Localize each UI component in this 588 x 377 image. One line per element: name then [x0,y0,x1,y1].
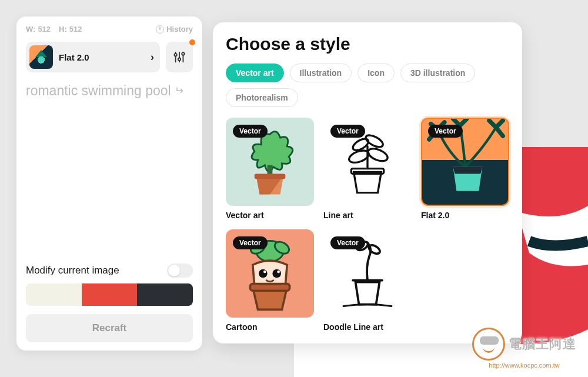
style-filter-tabs: Vector art Illustration Icon 3D illustra… [226,64,509,107]
style-selector[interactable]: Flat 2.0 › [26,42,160,72]
watermark-url: http://www.kocpc.com.tw [489,362,559,369]
modify-toggle[interactable] [167,263,193,278]
style-card-image: Vector [226,118,314,206]
svg-rect-7 [255,174,286,179]
sliders-icon [173,51,186,64]
width-field[interactable]: W: 512 [26,25,51,34]
svg-point-3 [178,58,181,60]
style-card-doodle-line-art[interactable]: Vector Doodle Line art [323,229,412,332]
height-label: H: [59,25,67,34]
settings-button[interactable] [166,42,193,72]
svg-point-18 [263,271,266,273]
svg-point-11 [366,146,389,164]
style-card-label: Flat 2.0 [421,211,509,220]
modify-current-row: Modify current image [26,263,193,278]
style-card-flat-2[interactable]: Vector Flat 2.0 [421,118,509,220]
clock-icon [156,25,164,34]
style-card-label: Doodle Line art [323,322,412,332]
style-card-label: Cartoon [226,322,314,332]
svg-point-17 [272,269,281,278]
palette-swatch-3[interactable] [137,283,193,306]
current-style-name: Flat 2.0 [59,52,89,62]
style-selector-row: Flat 2.0 › [26,42,193,72]
style-card-image: Vector [323,118,412,206]
palette-swatch-1[interactable] [26,283,82,306]
style-card-line-art[interactable]: Vector Line art [323,118,412,220]
filter-photorealism[interactable]: Photorealism [226,88,298,107]
style-card-image: Vector [226,229,314,318]
style-grid: Vector Vector art Vector [226,118,509,332]
style-card-label: Line art [323,211,412,220]
palette-swatch-2[interactable] [82,283,138,306]
height-field[interactable]: H: 512 [59,25,82,34]
watermark: 電腦王阿達 http://www.kocpc.com.tw [472,328,576,369]
watermark-face-icon [472,328,505,361]
width-label: W: [26,25,35,34]
style-thumbnail [29,45,53,69]
prompt-text: romantic swimming pool [26,83,171,98]
vector-badge: Vector [428,125,463,138]
width-value: 512 [38,25,51,34]
svg-point-1 [174,54,176,56]
prompt-input[interactable]: romantic swimming pool ↵ [26,82,193,263]
vector-badge: Vector [330,125,365,138]
vector-badge: Vector [233,236,268,249]
modify-label: Modify current image [26,265,119,276]
recraft-button[interactable]: Recraft [26,314,193,342]
style-card-image: Vector [421,118,509,206]
dimensions-row: W: 512 H: 512 History [26,25,193,34]
style-card-cartoon[interactable]: Vector Cartoon [226,229,314,332]
notification-dot-icon [189,39,195,45]
style-card-image: Vector [323,229,412,318]
filter-icon[interactable]: Icon [358,64,395,82]
svg-point-16 [259,269,268,278]
watermark-text: 電腦王阿達 [509,335,576,353]
height-value: 512 [69,25,82,34]
vector-badge: Vector [233,125,268,138]
history-button[interactable]: History [156,25,193,34]
svg-point-19 [277,271,280,273]
filter-3d-illustration[interactable]: 3D illustration [400,64,475,82]
chevron-right-icon: › [151,51,154,64]
history-label: History [166,25,193,34]
style-card-vector-art[interactable]: Vector Vector art [226,118,314,220]
filter-vector-art[interactable]: Vector art [226,64,284,82]
style-card-label: Vector art [226,211,314,220]
color-palette[interactable] [26,283,193,306]
style-picker-panel: Choose a style Vector art Illustration I… [213,22,522,343]
vector-badge: Vector [330,236,365,249]
panel-title: Choose a style [226,34,509,54]
svg-rect-20 [250,284,289,291]
control-sidebar: W: 512 H: 512 History Flat 2.0 › [16,16,202,351]
filter-illustration[interactable]: Illustration [290,64,352,82]
enter-icon: ↵ [175,84,183,98]
svg-point-5 [182,52,184,55]
